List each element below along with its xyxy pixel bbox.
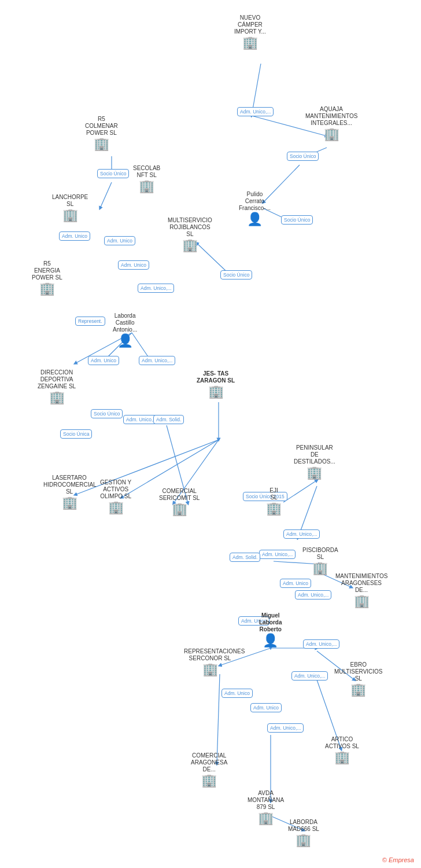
badge-socio-dir[interactable]: Socio Único — [91, 409, 123, 418]
label-eji-sl: EJI SL — [269, 487, 278, 501]
badge-adm-secolab2[interactable]: Adm. Unico — [118, 260, 149, 270]
badge-adm-secolab[interactable]: Adm. Unico — [104, 236, 135, 245]
person-icon-pulido-cerrato: 👤 — [247, 213, 263, 226]
label-pisciborda: PISCIBORDA SL — [302, 547, 338, 561]
badge-adm-multiservicio[interactable]: Adm. Unico,... — [138, 284, 174, 293]
graph-container: NUEVO CÁMPER IMPORT Y... 🏢 Adm. Unico,..… — [0, 0, 421, 868]
label-pulido-cerrato: Pulido Cerrato Francisco-... — [239, 191, 271, 212]
node-miguel-laborda[interactable]: Miguel Laborda Roberto 👤 — [259, 612, 282, 647]
badge-represent-laborda[interactable]: Represent. — [75, 317, 105, 326]
badge-adm-unico-rep[interactable]: Adm. Unico — [221, 689, 253, 698]
building-icon-gestion-activos: 🏢 — [108, 501, 124, 514]
node-multiservicio-roji[interactable]: MULTISERVICIO ROJIBLANCOS SL 🏢 — [168, 217, 212, 252]
badge-adm-laborda[interactable]: Adm. Unico — [88, 356, 119, 365]
label-nuevo-camper: NUEVO CÁMPER IMPORT Y... — [234, 14, 266, 35]
label-jestas: JES- TAS ZARAGON SL — [197, 370, 235, 384]
copyright: © Empresa — [382, 856, 414, 863]
badge-adm-unico-lab2[interactable]: Adm. Unico,... — [139, 356, 175, 365]
building-icon-lasertaro: 🏢 — [62, 496, 77, 509]
label-artico-activos: ARTICO ACTIVOS SL — [325, 736, 359, 750]
node-direccion-deportiva[interactable]: DIRECCION DEPORTIVA ZENGAINE SL 🏢 — [38, 369, 76, 404]
label-r5-colmenar: R5 COLMENAR POWER SL — [85, 116, 118, 137]
building-icon-comercial-sericomit: 🏢 — [172, 503, 187, 516]
badge-socio-aquaja[interactable]: Socio Único — [287, 152, 319, 161]
node-mantenimientos-arag[interactable]: MANTENIMIENTOS ARAGONESES DE... 🏢 — [335, 573, 387, 608]
person-icon-miguel-laborda: 👤 — [263, 634, 278, 647]
badge-adm-unico-pen[interactable]: Adm. Unico,... — [283, 529, 320, 539]
badge-adm-unico-pis2[interactable]: Adm. Unico — [280, 579, 311, 588]
label-peninsular-dest: PENINSULAR DE DESTILADOS... — [294, 444, 335, 465]
badge-adm-lanchorpe[interactable]: Adm. Unico — [59, 231, 90, 241]
label-lasertaro: LASERTARO HIDROCOMERCIAL SL — [43, 475, 95, 495]
node-nuevo-camper[interactable]: NUEVO CÁMPER IMPORT Y... 🏢 — [234, 14, 266, 49]
badge-adm-unico-rep2[interactable]: Adm. Unico — [250, 703, 282, 712]
svg-line-24 — [217, 674, 220, 764]
badge-socio-pulido[interactable]: Socio Único — [281, 215, 313, 225]
node-r5-colmenar[interactable]: R5 COLMENAR POWER SL 🏢 — [85, 116, 118, 150]
badge-adm-solid-jz[interactable]: Adm. Solid. — [153, 415, 184, 424]
building-icon-eji-sl: 🏢 — [266, 502, 282, 515]
badge-adm-unico-rep3[interactable]: Adm. Unico,... — [267, 723, 304, 733]
label-mantenimientos-arag: MANTENIMIENTOS ARAGONESES DE... — [335, 573, 387, 594]
building-icon-lanchorpe: 🏢 — [62, 209, 78, 222]
node-secolab-nft[interactable]: SECOLAB NFT SL 🏢 — [133, 165, 160, 193]
node-avda-montanana[interactable]: AVDA MONTAÑANA 879 SL 🏢 — [248, 790, 284, 825]
label-comercial-aragonesa: COMERCIAL ARAGONESA DE... — [191, 752, 227, 773]
node-laborda-mad[interactable]: LABORDA MAD666 SL 🏢 — [288, 819, 319, 847]
badge-socio-unico-dir2[interactable]: Socio Única — [60, 429, 92, 439]
node-lanchorpe[interactable]: LANCHORPE SL 🏢 — [52, 194, 88, 222]
node-lasertaro[interactable]: LASERTARO HIDROCOMERCIAL SL 🏢 — [43, 475, 95, 509]
node-pulido-cerrato[interactable]: Pulido Cerrato Francisco-... 👤 — [239, 191, 271, 226]
label-r5-energia: R5 ENERGIA POWER SL — [32, 260, 62, 281]
building-icon-pisciborda: 🏢 — [312, 562, 328, 575]
building-icon-r5-colmenar: 🏢 — [94, 138, 109, 150]
person-icon-laborda-castillo: 👤 — [117, 334, 133, 347]
badge-adm-nuevo-camper[interactable]: Adm. Unico,... — [237, 107, 274, 116]
building-icon-avda-montanana: 🏢 — [258, 812, 274, 825]
node-artico-activos[interactable]: ARTICO ACTIVOS SL 🏢 — [325, 736, 359, 764]
badge-adm-unico-miguel3[interactable]: Adm. Unico,... — [291, 671, 328, 681]
label-direccion-deportiva: DIRECCION DEPORTIVA ZENGAINE SL — [38, 369, 76, 390]
building-icon-representaciones-ser: 🏢 — [202, 663, 218, 676]
building-icon-mantenimientos-arag: 🏢 — [354, 595, 370, 608]
label-representaciones-ser: REPRESENTACIONES SERCONOR SL — [184, 648, 236, 662]
svg-line-14 — [75, 440, 219, 495]
label-laborda-castillo: Laborda Castillo Antonio... — [113, 312, 137, 333]
building-icon-direccion-deportiva: 🏢 — [49, 391, 65, 404]
badge-adm-unico-miguel2[interactable]: Adm. Unico,... — [303, 639, 339, 649]
node-ebro-multiservicios[interactable]: EBRO MULTISERVICIOS SL 🏢 — [334, 661, 383, 696]
building-icon-secolab-nft: 🏢 — [139, 180, 154, 193]
node-jestas[interactable]: JES- TAS ZARAGON SL 🏢 — [197, 370, 235, 398]
badge-adm-solid-pis[interactable]: Adm. Solid. — [230, 553, 260, 562]
node-pisciborda[interactable]: PISCIBORDA SL 🏢 — [302, 547, 338, 575]
node-peninsular-dest[interactable]: PENINSULAR DE DESTILADOS... 🏢 — [294, 444, 335, 479]
badge-adm-unico-mant[interactable]: Adm. Unico,... — [295, 590, 331, 599]
node-representaciones-ser[interactable]: REPRESENTACIONES SERCONOR SL 🏢 — [184, 648, 236, 676]
svg-line-7 — [100, 182, 112, 208]
label-aquaja: AQUAJA MANTENIMIENTOS INTEGRALES... — [305, 106, 357, 127]
building-icon-multiservicio-roji: 🏢 — [182, 239, 198, 252]
building-icon-comercial-aragonesa: 🏢 — [201, 774, 217, 787]
node-r5-energia[interactable]: R5 ENERGIA POWER SL 🏢 — [32, 260, 62, 295]
badge-adm-unico-pis[interactable]: Adm. Unico,... — [259, 550, 296, 559]
node-comercial-sericomit[interactable]: COMERCIAL SERICOMIT SL 🏢 — [159, 488, 200, 516]
node-gestion-activos[interactable]: GESTION Y ACTIVOS OLIMPO SL 🏢 — [100, 479, 131, 514]
building-icon-aquaja: 🏢 — [324, 128, 339, 141]
building-icon-nuevo-camper: 🏢 — [242, 36, 258, 49]
building-icon-jestas: 🏢 — [208, 385, 224, 398]
label-laborda-mad: LABORDA MAD666 SL — [288, 819, 319, 833]
svg-line-16 — [283, 480, 317, 502]
label-lanchorpe: LANCHORPE SL — [52, 194, 88, 208]
building-icon-r5-energia: 🏢 — [39, 282, 55, 295]
node-comercial-aragonesa[interactable]: COMERCIAL ARAGONESA DE... 🏢 — [191, 752, 227, 787]
node-aquaja[interactable]: AQUAJA MANTENIMIENTOS INTEGRALES... 🏢 — [305, 106, 357, 141]
label-comercial-sericomit: COMERCIAL SERICOMIT SL — [159, 488, 200, 502]
node-laborda-castillo[interactable]: Laborda Castillo Antonio... 👤 — [113, 312, 137, 347]
building-icon-ebro-multiservicios: 🏢 — [350, 683, 366, 696]
node-eji-sl[interactable]: EJI SL 🏢 — [266, 487, 282, 515]
label-miguel-laborda: Miguel Laborda Roberto — [259, 612, 282, 633]
badge-socio-multiservicio[interactable]: Socio Único — [220, 270, 252, 279]
badge-socio-r5colmenar[interactable]: Socio Único — [97, 169, 129, 178]
building-icon-laborda-mad: 🏢 — [296, 834, 311, 847]
building-icon-peninsular-dest: 🏢 — [306, 466, 322, 479]
